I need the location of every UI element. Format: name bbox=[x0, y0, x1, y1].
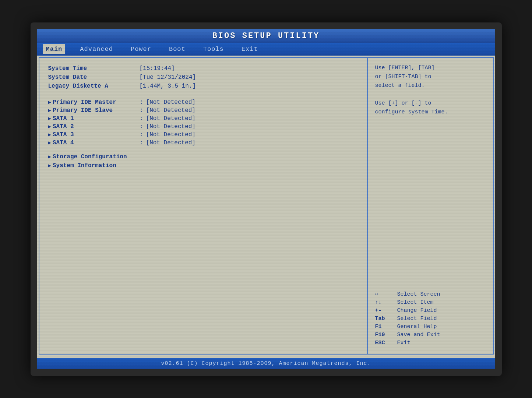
key-desc: Change Field bbox=[397, 307, 437, 314]
key-symbol: F10 bbox=[375, 332, 397, 338]
footer-text: v02.61 (C) Copyright 1985-2009, American… bbox=[161, 360, 371, 367]
key-desc: Exit bbox=[397, 340, 411, 346]
sub-value: [Not Detected] bbox=[146, 131, 195, 138]
arrow-icon: ▶ bbox=[48, 140, 51, 146]
sub-value: [Not Detected] bbox=[146, 123, 195, 130]
sub-label: SATA 3 bbox=[53, 131, 140, 138]
help-line: Use [ENTER], [TAB] bbox=[375, 64, 486, 73]
storage-item[interactable]: ▶ Storage Configuration bbox=[48, 154, 358, 160]
menu-item-main[interactable]: Main bbox=[43, 44, 66, 54]
field-row: System Time[15:19:44] bbox=[48, 65, 358, 72]
help-line bbox=[375, 90, 486, 99]
arrow-icon: ▶ bbox=[48, 154, 51, 160]
help-line: configure system Time. bbox=[375, 108, 486, 117]
right-panel: Use [ENTER], [TAB]or [SHIFT-TAB] toselec… bbox=[368, 58, 493, 354]
sub-colon: : bbox=[140, 99, 143, 106]
sub-value: [Not Detected] bbox=[146, 115, 195, 122]
key-symbol: +- bbox=[375, 307, 397, 314]
key-desc: Save and Exit bbox=[397, 332, 440, 338]
storage-label: System Information bbox=[53, 162, 141, 169]
arrow-icon: ▶ bbox=[48, 162, 51, 169]
help-line: or [SHIFT-TAB] to bbox=[375, 73, 486, 81]
key-row: F10Save and Exit bbox=[375, 332, 486, 338]
key-desc: Select Item bbox=[397, 299, 434, 306]
sub-item-row[interactable]: ▶ SATA 3: [Not Detected] bbox=[48, 131, 358, 138]
help-line: select a field. bbox=[375, 81, 486, 90]
sub-colon: : bbox=[140, 131, 143, 138]
sub-item-row[interactable]: ▶ SATA 4: [Not Detected] bbox=[48, 140, 358, 146]
key-desc: Select Screen bbox=[397, 291, 440, 297]
left-panel: System Time[15:19:44]System Date[Tue 12/… bbox=[39, 58, 368, 354]
key-row: +-Change Field bbox=[375, 307, 486, 314]
keys-section: ↔Select Screen↑↓Select Item+-Change Fiel… bbox=[375, 291, 486, 348]
field-label: System Date bbox=[48, 74, 137, 81]
sub-colon: : bbox=[140, 115, 143, 122]
sub-colon: : bbox=[140, 140, 143, 146]
field-label: System Time bbox=[48, 65, 137, 72]
bios-title: BIOS SETUP UTILITY bbox=[212, 31, 320, 40]
system-fields: System Time[15:19:44]System Date[Tue 12/… bbox=[48, 65, 358, 89]
title-bar: BIOS SETUP UTILITY bbox=[37, 29, 495, 43]
arrow-icon: ▶ bbox=[48, 99, 51, 105]
sub-colon: : bbox=[140, 123, 143, 130]
help-line: Use [+] or [-] to bbox=[375, 99, 486, 108]
main-content: System Time[15:19:44]System Date[Tue 12/… bbox=[39, 57, 494, 355]
key-row: ↑↓Select Item bbox=[375, 299, 486, 306]
sub-item-row[interactable]: ▶ SATA 1: [Not Detected] bbox=[48, 115, 358, 122]
menu-item-tools[interactable]: Tools bbox=[200, 44, 227, 54]
sub-label: SATA 1 bbox=[53, 115, 140, 122]
bios-wrapper: BIOS SETUP UTILITY MainAdvancedPowerBoot… bbox=[37, 29, 495, 369]
sub-value: [Not Detected] bbox=[146, 107, 195, 114]
field-value: [1.44M, 3.5 in.] bbox=[140, 83, 196, 89]
menu-bar: MainAdvancedPowerBootToolsExit bbox=[37, 43, 495, 56]
key-row: ESCExit bbox=[375, 340, 486, 346]
sub-item-row[interactable]: ▶ Primary IDE Slave: [Not Detected] bbox=[48, 107, 358, 114]
arrow-icon: ▶ bbox=[48, 123, 51, 130]
sub-label: SATA 4 bbox=[53, 140, 140, 146]
key-row: ↔Select Screen bbox=[375, 291, 486, 297]
key-symbol: ↔ bbox=[375, 291, 397, 297]
sub-item-row[interactable]: ▶ SATA 2: [Not Detected] bbox=[48, 123, 358, 130]
menu-item-advanced[interactable]: Advanced bbox=[77, 44, 116, 54]
menu-item-boot[interactable]: Boot bbox=[166, 44, 189, 54]
key-row: TabSelect Field bbox=[375, 316, 486, 322]
arrow-icon: ▶ bbox=[48, 131, 51, 138]
key-row: F1General Help bbox=[375, 324, 486, 330]
sub-colon: : bbox=[140, 107, 143, 114]
sub-value: [Not Detected] bbox=[146, 99, 195, 106]
sub-value: [Not Detected] bbox=[146, 140, 195, 146]
menu-item-power[interactable]: Power bbox=[128, 44, 154, 54]
field-value: [15:19:44] bbox=[140, 65, 175, 72]
field-row: System Date[Tue 12/31/2024] bbox=[48, 74, 358, 81]
footer: v02.61 (C) Copyright 1985-2009, American… bbox=[37, 358, 495, 369]
screen: BIOS SETUP UTILITY MainAdvancedPowerBoot… bbox=[37, 29, 495, 369]
key-symbol: ESC bbox=[375, 340, 397, 346]
monitor: BIOS SETUP UTILITY MainAdvancedPowerBoot… bbox=[31, 22, 502, 376]
storage-label: Storage Configuration bbox=[53, 154, 141, 160]
field-label: Legacy Diskette A bbox=[48, 83, 137, 89]
help-text: Use [ENTER], [TAB]or [SHIFT-TAB] toselec… bbox=[375, 64, 486, 117]
key-symbol: ↑↓ bbox=[375, 299, 397, 306]
storage-section: ▶ Storage Configuration▶ System Informat… bbox=[48, 154, 358, 169]
field-row: Legacy Diskette A[1.44M, 3.5 in.] bbox=[48, 83, 358, 89]
arrow-icon: ▶ bbox=[48, 107, 51, 113]
key-symbol: F1 bbox=[375, 324, 397, 330]
storage-item[interactable]: ▶ System Information bbox=[48, 162, 358, 169]
sub-item-row[interactable]: ▶ Primary IDE Master: [Not Detected] bbox=[48, 99, 358, 106]
sub-items: ▶ Primary IDE Master: [Not Detected]▶ Pr… bbox=[48, 99, 358, 146]
menu-item-exit[interactable]: Exit bbox=[239, 44, 261, 54]
field-value: [Tue 12/31/2024] bbox=[140, 74, 196, 81]
key-symbol: Tab bbox=[375, 316, 397, 322]
sub-label: Primary IDE Master bbox=[53, 99, 140, 106]
key-desc: Select Field bbox=[397, 316, 437, 322]
sub-label: Primary IDE Slave bbox=[53, 107, 140, 114]
key-desc: General Help bbox=[397, 324, 437, 330]
arrow-icon: ▶ bbox=[48, 115, 51, 121]
sub-label: SATA 2 bbox=[53, 123, 140, 130]
